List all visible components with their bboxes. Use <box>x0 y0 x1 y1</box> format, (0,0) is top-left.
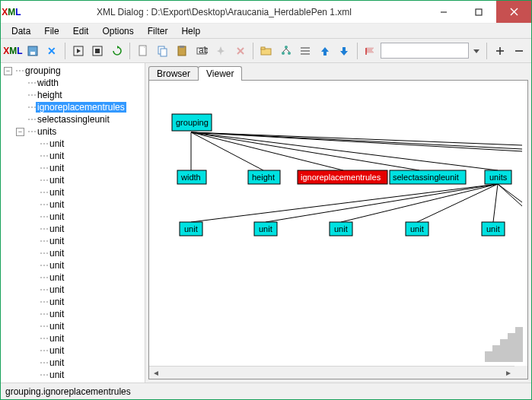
svg-line-50 <box>417 184 498 222</box>
scroll-right-icon[interactable]: ▸ <box>502 367 514 379</box>
close-button[interactable] <box>496 1 531 23</box>
node-unit[interactable]: unit <box>482 222 505 236</box>
node-width[interactable]: width <box>177 170 206 184</box>
expand-icon[interactable]: − <box>16 128 24 136</box>
stop-icon[interactable] <box>88 42 107 60</box>
paste-icon[interactable] <box>173 42 191 60</box>
tree-item[interactable]: ⋯ unit <box>1 138 145 150</box>
minimize-button[interactable] <box>426 1 461 23</box>
goto-icon[interactable] <box>362 42 380 60</box>
svg-line-46 <box>191 132 522 151</box>
node-unit[interactable]: unit <box>254 222 277 236</box>
rename-icon[interactable]: ab <box>193 42 211 60</box>
tab-browser[interactable]: Browser <box>148 66 199 81</box>
tree-item[interactable]: −⋯ units <box>1 125 145 138</box>
tree-item[interactable]: ⋯ unit <box>1 223 145 235</box>
tree-label: unit <box>48 309 65 319</box>
tree-item[interactable]: ⋯ ignoreplacementrules <box>1 101 145 113</box>
tree-item[interactable]: ⋯ unit <box>1 357 145 369</box>
tree-label: units <box>36 126 58 137</box>
folder-icon[interactable] <box>257 42 276 60</box>
menu-edit[interactable]: Edit <box>67 24 95 38</box>
resize-grip-icon <box>514 366 527 379</box>
plus-icon[interactable] <box>491 42 509 60</box>
tree-item[interactable]: ⋯ unit <box>1 296 145 308</box>
svg-rect-16 <box>180 46 184 48</box>
svg-text:grouping: grouping <box>176 118 209 127</box>
save-icon[interactable] <box>24 42 42 60</box>
node-unit[interactable]: unit <box>330 222 352 236</box>
tree-icon[interactable] <box>277 42 295 60</box>
copy-icon[interactable] <box>154 42 172 60</box>
menu-help[interactable]: Help <box>175 24 206 38</box>
pin-icon[interactable] <box>212 42 230 60</box>
new-doc-icon[interactable] <box>134 42 152 60</box>
svg-text:units: units <box>489 173 508 182</box>
node-ignoreplacementrules[interactable]: ignoreplacementrules <box>298 170 387 184</box>
tree-item[interactable]: ⋯ unit <box>1 320 145 332</box>
tree-item[interactable]: ⋯ unit <box>1 271 145 284</box>
tree-item[interactable]: ⋯ width <box>1 77 145 89</box>
delete-icon[interactable] <box>231 42 250 60</box>
play-icon[interactable] <box>69 42 88 60</box>
close-xml-icon[interactable]: ✕ <box>43 42 62 60</box>
tree-item[interactable]: ⋯ unit <box>1 332 145 344</box>
watermark-icon <box>482 327 524 363</box>
svg-rect-80 <box>485 351 492 362</box>
dropdown-arrow-icon[interactable] <box>470 42 483 60</box>
tree-item[interactable]: ⋯ unit <box>1 211 145 223</box>
node-height[interactable]: height <box>248 170 280 184</box>
svg-marker-32 <box>340 47 348 56</box>
graph-canvas[interactable]: grouping width height ignoreplacementrul… <box>148 80 528 379</box>
menu-options[interactable]: Options <box>96 24 139 38</box>
node-unit[interactable]: unit <box>180 222 202 236</box>
menu-data[interactable]: Data <box>5 24 37 38</box>
tree-item[interactable]: ⋯ unit <box>1 198 145 211</box>
tree-item[interactable]: ⋯ unit <box>1 259 145 271</box>
tree-item[interactable]: ⋯ unit <box>1 174 145 186</box>
tab-bar: Browser Viewer <box>145 63 531 80</box>
menu-filter[interactable]: Filter <box>142 24 174 38</box>
svg-text:unit: unit <box>334 224 348 233</box>
tree-item[interactable]: ⋯ unit <box>1 344 145 357</box>
tree-item[interactable]: ⋯ unit <box>1 186 145 198</box>
tree-item[interactable]: ⋯ unit <box>1 369 145 381</box>
tree-item[interactable]: ⋯ unit <box>1 150 145 162</box>
tree-item[interactable]: ⋯ unit <box>1 308 145 320</box>
svg-point-25 <box>288 52 291 55</box>
tab-viewer[interactable]: Viewer <box>198 66 242 81</box>
expand-icon[interactable]: − <box>4 67 12 75</box>
goto-input[interactable] <box>381 43 469 59</box>
tree-label: unit <box>48 333 65 344</box>
menu-bar: Data File Edit Options Filter Help <box>1 24 531 39</box>
svg-rect-9 <box>95 49 100 53</box>
tree-item[interactable]: ⋯ selectassingleunit <box>1 113 145 125</box>
node-unit[interactable]: unit <box>406 222 428 236</box>
minus-icon[interactable] <box>511 42 529 60</box>
svg-rect-78 <box>500 339 508 362</box>
tree-label: unit <box>48 272 65 283</box>
scroll-left-icon[interactable]: ◂ <box>149 367 162 379</box>
tree-item[interactable]: ⋯ unit <box>1 247 145 259</box>
toolbar: XML ✕ ab <box>1 39 531 63</box>
horizontal-scrollbar[interactable]: ◂ ▸ <box>149 366 514 379</box>
tree-item[interactable]: ⋯ unit <box>1 162 145 174</box>
tree-item[interactable]: ⋯ height <box>1 89 145 101</box>
node-grouping[interactable]: grouping <box>172 114 212 131</box>
down-arrow-icon[interactable] <box>335 42 353 60</box>
up-arrow-icon[interactable] <box>316 42 334 60</box>
tree-panel[interactable]: −⋯ grouping⋯ width⋯ height⋯ ignoreplacem… <box>1 63 145 383</box>
tree-label: unit <box>48 321 65 332</box>
node-selectassingleunit[interactable]: selectassingleunit <box>390 170 466 184</box>
tree-item[interactable]: −⋯ grouping <box>1 65 145 77</box>
tree-item[interactable]: ⋯ unit <box>1 235 145 247</box>
tree-item[interactable]: ⋯ unit <box>1 284 145 296</box>
xml-button[interactable]: XML <box>4 42 22 60</box>
tree-label: unit <box>48 345 65 356</box>
menu-file[interactable]: File <box>38 24 65 38</box>
refresh-icon[interactable] <box>108 42 126 60</box>
list-icon[interactable] <box>296 42 314 60</box>
node-units[interactable]: units <box>485 170 511 184</box>
maximize-button[interactable] <box>461 1 496 23</box>
svg-text:unit: unit <box>184 224 198 233</box>
